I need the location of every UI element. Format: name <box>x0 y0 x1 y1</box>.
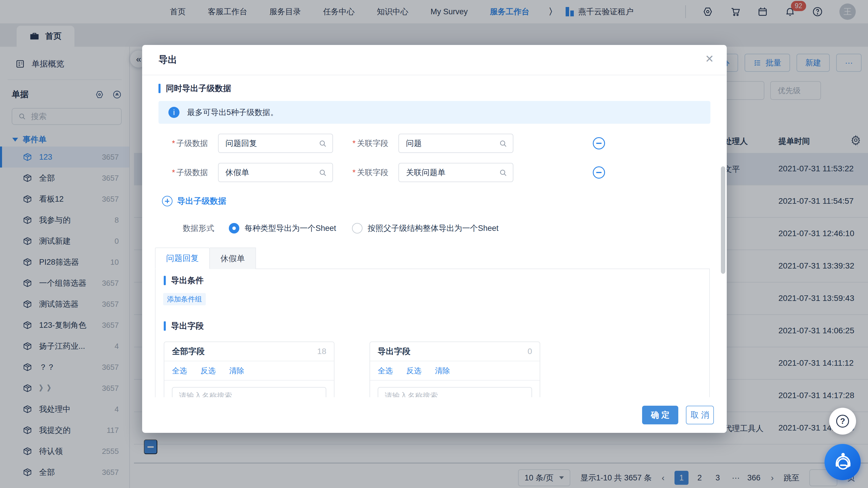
data-form-row: 数据形式 每种类型导出为一个Sheet 按照父子级结构整体导出为一个Sheet <box>158 223 710 234</box>
child-data-row: *子级数据休假单*关联字段关联问题单 <box>158 163 710 182</box>
floating-chatbot-button[interactable] <box>825 444 861 480</box>
section-export-fields: 导出字段 <box>164 321 709 332</box>
export-fields-search-input[interactable]: 请输入名称搜索 <box>378 387 532 397</box>
remove-row-icon[interactable] <box>593 166 605 179</box>
field-transfer: 全部字段 18 全选反选清除 请输入名称搜索 可见范围配置附件 › ‹ <box>164 341 709 397</box>
info-icon: i <box>168 107 180 118</box>
close-icon[interactable]: ✕ <box>705 54 714 64</box>
child-data-label: *子级数据 <box>172 167 208 178</box>
required-asterisk: * <box>172 139 175 148</box>
tab-question-reply[interactable]: 问题回复 <box>155 247 210 269</box>
section-accent-bar <box>164 321 166 331</box>
question-icon: ? <box>836 415 849 428</box>
panel-action-2[interactable]: 清除 <box>435 366 450 376</box>
robot-headset-icon <box>832 451 854 473</box>
info-banner: i 最多可导出5种子级数据。 <box>158 101 710 124</box>
child-data-row: *子级数据问题回复*关联字段问题 <box>158 134 710 153</box>
related-field-label: *关联字段 <box>352 167 389 178</box>
tab-leave-form[interactable]: 休假单 <box>210 247 256 269</box>
export-fields-title: 导出字段 <box>378 346 410 357</box>
modal-header: 导出 ✕ <box>142 45 727 75</box>
all-fields-count: 18 <box>317 347 326 356</box>
required-asterisk: * <box>352 168 355 177</box>
modal-scrollbar[interactable] <box>721 166 725 274</box>
related-field-label: *关联字段 <box>352 138 389 149</box>
export-fields-count: 0 <box>527 347 532 356</box>
panel-action-1[interactable]: 反选 <box>406 366 422 376</box>
search-icon <box>318 139 327 148</box>
related-field-input[interactable]: 关联问题单 <box>398 163 514 182</box>
radio-sheet-nested[interactable] <box>352 223 363 234</box>
panel-action-2[interactable]: 清除 <box>229 366 244 376</box>
child-data-label: *子级数据 <box>172 138 208 149</box>
modal-body: 同时导出子级数据 i 最多可导出5种子级数据。 *子级数据问题回复*关联字段问题… <box>142 76 727 397</box>
required-asterisk: * <box>352 139 355 148</box>
section-accent-bar <box>158 84 160 93</box>
confirm-button[interactable]: 确 定 <box>642 406 678 424</box>
modal-footer: 确 定 取 消 <box>142 397 727 433</box>
child-data-rows: *子级数据问题回复*关联字段问题*子级数据休假单*关联字段关联问题单 <box>158 134 710 182</box>
floating-help-button[interactable]: ? <box>829 408 856 435</box>
transfer-buttons: › ‹ <box>335 341 370 397</box>
panel-action-0[interactable]: 全选 <box>378 366 393 376</box>
all-fields-actions: 全选反选清除 <box>164 361 334 380</box>
section-export-condition: 导出条件 <box>164 275 709 286</box>
section-accent-bar <box>164 276 166 285</box>
section-child-export: 同时导出子级数据 <box>158 83 710 94</box>
export-fields-panel: 导出字段 0 全选反选清除 请输入名称搜索 <box>370 341 540 397</box>
related-field-input[interactable]: 问题 <box>398 134 514 153</box>
export-fields-actions: 全选反选清除 <box>370 361 540 380</box>
tab-panel: 导出条件 添加条件组 导出字段 全部字段 18 全选反选清除 <box>155 269 710 397</box>
export-modal: 导出 ✕ 同时导出子级数据 i 最多可导出5种子级数据。 *子级数据问题回复*关… <box>142 45 727 433</box>
modal-title: 导出 <box>158 53 177 66</box>
search-icon <box>499 169 507 177</box>
radio-sheet-per-type-label: 每种类型导出为一个Sheet <box>245 223 336 234</box>
app-root: 首页客服工作台服务目录任务中心知识中心My Survey服务工作台 〉 燕千云验… <box>0 0 868 488</box>
all-fields-title: 全部字段 <box>172 346 205 357</box>
child-data-input[interactable]: 问题回复 <box>218 134 333 153</box>
data-form-label: 数据形式 <box>183 223 214 234</box>
info-text: 最多可导出5种子级数据。 <box>187 107 278 118</box>
search-icon <box>318 169 327 177</box>
required-asterisk: * <box>172 168 175 177</box>
all-fields-panel: 全部字段 18 全选反选清除 请输入名称搜索 可见范围配置附件 <box>164 341 335 397</box>
plus-circle-icon <box>162 196 173 206</box>
child-type-tabs: 问题回复 休假单 <box>155 247 710 269</box>
cancel-button[interactable]: 取 消 <box>686 406 714 424</box>
panel-action-0[interactable]: 全选 <box>172 366 187 376</box>
radio-sheet-nested-label: 按照父子级结构整体导出为一个Sheet <box>368 223 499 234</box>
child-data-input[interactable]: 休假单 <box>218 163 333 182</box>
all-fields-search-input[interactable]: 请输入名称搜索 <box>172 387 326 397</box>
add-child-export-link[interactable]: 导出子级数据 <box>158 195 710 207</box>
panel-action-1[interactable]: 反选 <box>200 366 216 376</box>
remove-row-icon[interactable] <box>593 137 605 149</box>
add-condition-group-button[interactable]: 添加条件组 <box>163 293 206 305</box>
radio-sheet-per-type[interactable] <box>229 223 239 234</box>
search-icon <box>499 139 507 148</box>
